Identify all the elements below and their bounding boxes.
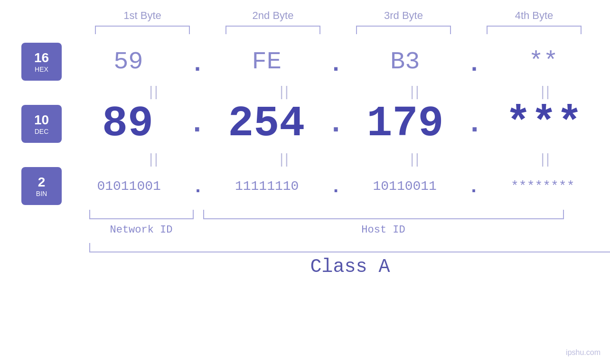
hex-byte-1: 59	[81, 48, 176, 76]
dec-byte-3: 179	[358, 100, 453, 148]
dec-byte-2: 254	[219, 100, 314, 148]
bracket-4	[487, 26, 582, 34]
bin-row: 2 BIN 01011001 . 11111110 . 10110011 . *…	[0, 167, 610, 205]
dec-values-area: 89 . 254 . 179 . ***	[62, 100, 610, 148]
class-bracket-row	[89, 243, 610, 252]
equals-row-2: || || || ||	[89, 151, 610, 167]
eq-1: ||	[107, 84, 202, 100]
bin-dot-1: .	[192, 177, 204, 198]
main-container: 1st Byte 2nd Byte 3rd Byte 4th Byte 16 H…	[0, 0, 610, 364]
dec-badge-number: 10	[34, 112, 49, 128]
host-id-label: Host ID	[203, 224, 564, 236]
hex-dot-3: .	[467, 51, 481, 78]
eq2-1: ||	[107, 151, 202, 167]
hex-dot-2: .	[328, 51, 343, 78]
bin-byte-2: 11111110	[219, 179, 314, 194]
class-bracket	[89, 243, 610, 252]
equals-row-1: || || || ||	[89, 84, 610, 100]
hex-values-area: 59 . FE . B3 . **	[62, 46, 610, 78]
byte-3-header: 3rd Byte	[356, 9, 451, 22]
eq2-3: ||	[368, 151, 463, 167]
bin-dot-2: .	[330, 177, 341, 198]
dec-dot-2: .	[327, 108, 344, 140]
bin-byte-4: ********	[495, 179, 590, 194]
class-label-row: Class A	[89, 256, 610, 278]
byte-headers: 1st Byte 2nd Byte 3rd Byte 4th Byte	[77, 9, 600, 22]
bin-dot-3: .	[468, 177, 479, 198]
hex-byte-4: **	[496, 48, 591, 76]
hex-dot-1: .	[190, 51, 205, 78]
dec-badge: 10 DEC	[21, 105, 62, 143]
bin-badge-number: 2	[38, 175, 46, 190]
network-id-bracket	[89, 210, 194, 219]
network-id-label: Network ID	[89, 224, 194, 236]
bin-byte-3: 10110011	[357, 179, 452, 194]
dec-dot-3: .	[466, 108, 483, 140]
hex-badge-label: HEX	[35, 65, 48, 73]
eq2-2: ||	[237, 151, 332, 167]
hex-badge: 16 HEX	[21, 43, 62, 81]
eq2-4: ||	[498, 151, 593, 167]
bracket-2	[225, 26, 320, 34]
watermark: ipshu.com	[566, 348, 601, 357]
hex-byte-3: B3	[357, 48, 452, 76]
eq-4: ||	[498, 84, 593, 100]
bin-byte-1: 01011001	[82, 179, 177, 194]
dec-byte-1: 89	[80, 100, 175, 148]
bracket-3	[356, 26, 451, 34]
dec-dot-1: .	[188, 108, 206, 140]
id-labels-row: Network ID Host ID	[89, 222, 610, 236]
hex-row: 16 HEX 59 . FE . B3 . **	[0, 43, 610, 81]
bin-badge: 2 BIN	[21, 167, 62, 205]
bottom-bracket-row	[89, 210, 610, 219]
dec-byte-4: ***	[497, 100, 591, 148]
bin-badge-label: BIN	[36, 190, 47, 197]
byte-4-header: 4th Byte	[487, 9, 582, 22]
top-brackets	[77, 26, 600, 34]
bracket-1	[95, 26, 190, 34]
byte-2-header: 2nd Byte	[225, 9, 320, 22]
dec-badge-label: DEC	[35, 128, 49, 135]
eq-3: ||	[368, 84, 463, 100]
bin-values-area: 01011001 . 11111110 . 10110011 . *******…	[62, 174, 610, 198]
byte-1-header: 1st Byte	[95, 9, 190, 22]
dec-row: 10 DEC 89 . 254 . 179 . ***	[0, 100, 610, 148]
host-id-bracket	[203, 210, 564, 219]
class-label: Class A	[310, 256, 390, 278]
hex-badge-number: 16	[34, 50, 49, 65]
eq-2: ||	[237, 84, 332, 100]
hex-byte-2: FE	[219, 48, 314, 76]
